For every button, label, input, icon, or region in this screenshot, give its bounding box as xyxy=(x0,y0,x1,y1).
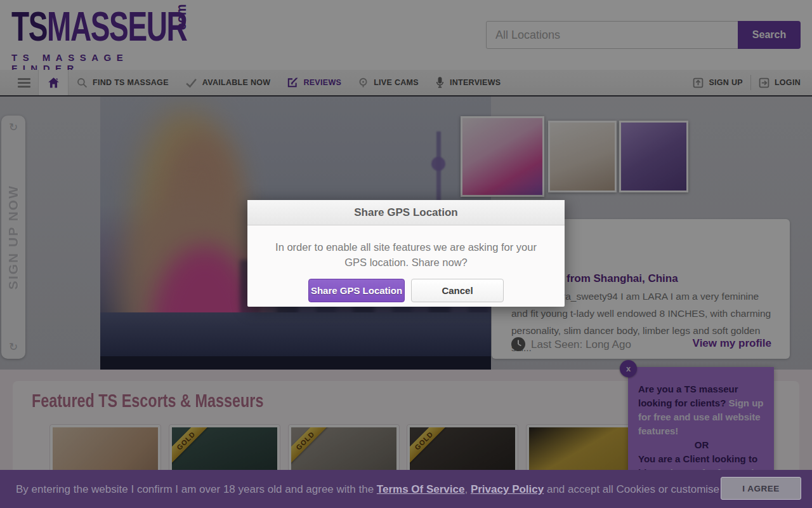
i-agree-button[interactable]: I AGREE xyxy=(721,477,801,500)
modal-actions: Share GPS Location Cancel xyxy=(247,279,565,302)
cookie-sep: , xyxy=(464,483,470,495)
privacy-policy-link[interactable]: Privacy Policy xyxy=(471,483,544,495)
gps-modal: Share GPS Location In order to enable al… xyxy=(247,200,565,307)
terms-of-service-link[interactable]: Terms Of Service xyxy=(377,483,465,495)
cookie-consent-bar: By entering the website I confirm I am o… xyxy=(0,470,812,508)
cookie-text-before: By entering the website I confirm I am o… xyxy=(16,483,377,495)
modal-title: Share GPS Location xyxy=(354,206,457,219)
modal-header: Share GPS Location xyxy=(247,200,565,225)
modal-body-text: In order to enable all site features we … xyxy=(247,225,565,270)
cookie-text: By entering the website I confirm I am o… xyxy=(16,483,790,496)
share-gps-button[interactable]: Share GPS Location xyxy=(308,279,405,302)
cancel-button[interactable]: Cancel xyxy=(411,279,504,302)
